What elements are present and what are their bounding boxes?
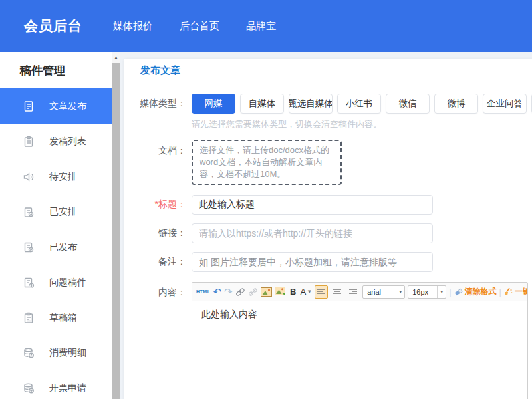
media-type-option-weibo[interactable]: 微博 bbox=[434, 94, 478, 114]
media-type-option-xiaohongshu[interactable]: 小红书 bbox=[337, 94, 381, 114]
title-label: *标题： bbox=[124, 199, 186, 211]
media-type-options: 网媒 自媒体 甄选自媒体 小红书 微信 微博 企业问答 bbox=[192, 94, 532, 114]
sidebar-scrollbar[interactable]: ▲ bbox=[112, 52, 120, 399]
link-input[interactable] bbox=[192, 223, 433, 243]
file-upload-dropzone[interactable]: 选择文件，请上传doc/docx格式的word文档，本站自动解析文章内容，文档不… bbox=[192, 140, 342, 185]
sidebar-item-label: 消费明细 bbox=[49, 347, 86, 359]
sidebar: 稿件管理 文章发布 发稿列表 待安排 已安排 bbox=[0, 52, 112, 399]
caret-down-icon: ▼ bbox=[396, 286, 404, 298]
document-row: 文档： 选择文件，请上传doc/docx格式的word文档，本站自动解析文章内容… bbox=[124, 140, 532, 185]
link-icon[interactable] bbox=[235, 285, 245, 299]
clipboard-check-icon bbox=[23, 206, 35, 218]
sidebar-item-draft-box[interactable]: 草稿箱 bbox=[0, 300, 112, 335]
sidebar-item-label: 开票申请 bbox=[49, 382, 86, 394]
doc-check-icon bbox=[23, 241, 35, 253]
coins-icon bbox=[23, 347, 35, 359]
note-label: 备注： bbox=[124, 256, 186, 268]
rich-text-editor: HTML ↶ ↷ bbox=[192, 282, 528, 399]
unlink-icon[interactable] bbox=[248, 285, 258, 299]
sidebar-item-label: 草稿箱 bbox=[49, 312, 77, 324]
font-color-button[interactable]: A ▼ bbox=[301, 285, 313, 299]
link-row: 链接： bbox=[124, 223, 532, 243]
toolbar-separator: | bbox=[449, 287, 451, 297]
clear-format-button[interactable]: 清除格式 bbox=[454, 286, 497, 297]
note-row: 备注： bbox=[124, 252, 532, 272]
sidebar-item-label: 已发布 bbox=[49, 241, 77, 253]
title-row: *标题： bbox=[124, 195, 532, 215]
redo-icon[interactable]: ↷ bbox=[224, 285, 233, 299]
divider bbox=[124, 84, 532, 84]
invoice-icon bbox=[23, 382, 35, 394]
top-header: 会员后台 媒体报价 后台首页 品牌宝 bbox=[0, 0, 532, 52]
media-type-option-qa[interactable]: 企业问答 bbox=[483, 94, 527, 114]
sidebar-item-published[interactable]: 已发布 bbox=[0, 229, 112, 265]
sidebar-item-invoice-request[interactable]: 开票申请 bbox=[0, 370, 112, 399]
align-center-button[interactable] bbox=[331, 285, 344, 299]
content-label: 内容： bbox=[124, 282, 186, 299]
auto-format-button[interactable]: 一键自动排版 bbox=[504, 286, 527, 297]
sidebar-heading: 稿件管理 bbox=[0, 52, 112, 88]
align-left-button[interactable] bbox=[315, 285, 328, 299]
sidebar-item-label: 发稿列表 bbox=[49, 136, 86, 148]
editor-content-area[interactable]: 此处输入内容 bbox=[192, 301, 527, 399]
nav-brand-treasure[interactable]: 品牌宝 bbox=[246, 20, 276, 33]
doc-issue-icon bbox=[23, 277, 35, 289]
editor-toolbar: HTML ↶ ↷ bbox=[192, 283, 527, 301]
doc-icon bbox=[23, 100, 35, 112]
top-nav: 媒体报价 后台首页 品牌宝 bbox=[113, 20, 276, 33]
content-row: 内容： HTML ↶ ↷ bbox=[124, 282, 532, 399]
link-label: 链接： bbox=[124, 227, 186, 239]
sidebar-item-pending[interactable]: 待安排 bbox=[0, 159, 112, 194]
bold-button[interactable]: B bbox=[289, 285, 298, 299]
undo-icon[interactable]: ↶ bbox=[213, 285, 221, 299]
media-type-option-wechat[interactable]: 微信 bbox=[386, 94, 430, 114]
publish-article-panel: 发布文章 媒体类型： 网媒 自媒体 甄选自媒体 小红书 微信 微博 企业问答 请… bbox=[124, 59, 532, 399]
app-title[interactable]: 会员后台 bbox=[24, 17, 82, 35]
nav-backend-home[interactable]: 后台首页 bbox=[180, 20, 219, 33]
sidebar-item-label: 问题稿件 bbox=[49, 277, 86, 289]
sidebar-item-label: 待安排 bbox=[49, 171, 77, 183]
sidebar-item-label: 已安排 bbox=[49, 206, 77, 218]
font-family-select[interactable]: arial ▼ bbox=[362, 285, 405, 299]
media-type-option-selfmedia[interactable]: 自媒体 bbox=[240, 94, 284, 114]
media-type-option-webmedia[interactable]: 网媒 bbox=[192, 94, 235, 114]
sidebar-item-article-publish[interactable]: 文章发布 bbox=[0, 88, 112, 124]
nav-media-quote[interactable]: 媒体报价 bbox=[113, 20, 153, 33]
note-input[interactable] bbox=[192, 252, 433, 272]
eraser-icon bbox=[454, 288, 463, 296]
drafts-icon bbox=[23, 312, 35, 324]
caret-down-icon: ▼ bbox=[437, 286, 446, 298]
sidebar-item-expense-details[interactable]: 消费明细 bbox=[0, 335, 112, 370]
sidebar-item-publish-list[interactable]: 发稿列表 bbox=[0, 124, 112, 159]
scrollbar-up-arrow-icon[interactable]: ▲ bbox=[112, 52, 120, 63]
broom-icon bbox=[504, 287, 513, 296]
insert-image-icon[interactable] bbox=[261, 285, 272, 299]
font-size-select[interactable]: 16px ▼ bbox=[408, 285, 446, 299]
align-right-button[interactable] bbox=[346, 285, 360, 299]
document-label: 文档： bbox=[124, 140, 186, 157]
media-type-hint: 请先选择您需要媒体类型，切换会清空稿件内容。 bbox=[192, 119, 532, 130]
speaker-icon bbox=[23, 171, 35, 183]
media-type-option-selected-selfmedia[interactable]: 甄选自媒体 bbox=[289, 94, 332, 114]
upload-image-icon[interactable] bbox=[275, 285, 286, 299]
clipboard-list-icon bbox=[23, 136, 35, 148]
scrollbar-thumb[interactable] bbox=[112, 63, 120, 399]
toolbar-separator: | bbox=[499, 287, 501, 297]
html-source-button[interactable]: HTML bbox=[196, 285, 210, 299]
media-type-label: 媒体类型： bbox=[124, 98, 186, 110]
caret-down-icon: ▼ bbox=[307, 289, 312, 295]
title-input[interactable] bbox=[192, 195, 433, 215]
sidebar-item-label: 文章发布 bbox=[49, 100, 86, 112]
sidebar-item-scheduled[interactable]: 已安排 bbox=[0, 194, 112, 229]
page-title: 发布文章 bbox=[124, 59, 532, 84]
media-type-row: 媒体类型： 网媒 自媒体 甄选自媒体 小红书 微信 微博 企业问答 bbox=[124, 94, 532, 114]
sidebar-item-problem-drafts[interactable]: 问题稿件 bbox=[0, 265, 112, 300]
